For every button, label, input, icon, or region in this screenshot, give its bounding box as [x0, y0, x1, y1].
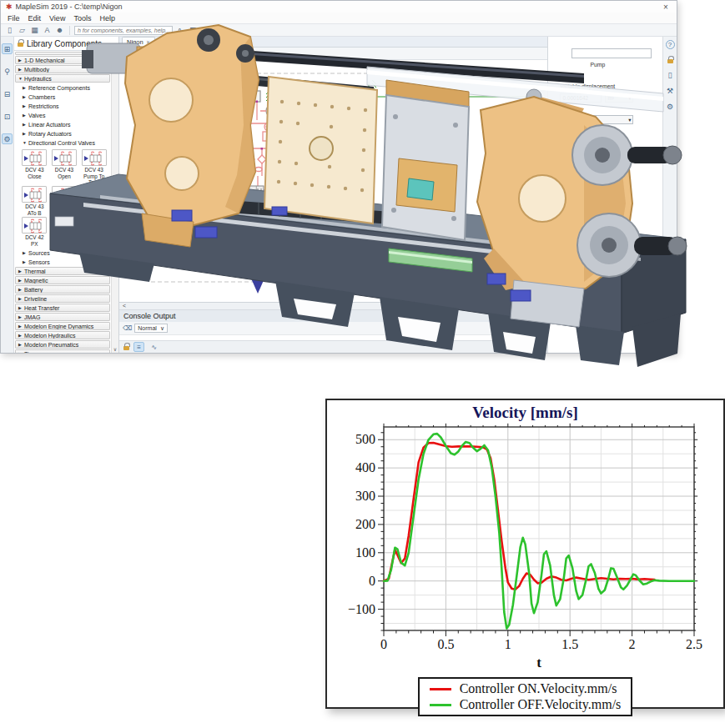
library-item-clipped[interactable] — [15, 52, 110, 55]
probe-chart-icon[interactable]: ∿ — [175, 25, 186, 36]
dcv-card-grid: DCV 43CloseDCV 43OpenDCV 43Pump To TankD… — [15, 148, 110, 249]
wave-icon[interactable]: ≋ — [170, 49, 177, 58]
library-item-sensors[interactable]: ▶Sensors — [15, 258, 110, 266]
wrench-icon[interactable]: ⚒ — [667, 87, 673, 95]
legend-label: Controller OFF.Velocity.mm/s — [460, 697, 622, 712]
analysis-icon[interactable]: ◩ — [188, 25, 199, 36]
snapshot-icon[interactable]: ▤ — [159, 49, 167, 58]
grid-icon[interactable]: ▦ — [180, 49, 188, 58]
library-item-driveline[interactable]: ▶Driveline — [15, 294, 110, 303]
user-icon[interactable]: ☻ — [54, 25, 65, 36]
component-card-dcv-42-px[interactable]: DCV 42PX — [20, 217, 49, 247]
library-scrollbar[interactable]: ∧ ∨ — [111, 51, 118, 353]
lock-icon[interactable] — [667, 59, 673, 63]
library-item-heat-transfer[interactable]: ▶Heat Transfer — [15, 304, 110, 312]
library-item-restrictions[interactable]: ▶Restrictions — [15, 102, 110, 110]
split-icon[interactable]: ⋔ — [190, 49, 197, 58]
model-tree-icon[interactable]: ⊟ — [2, 88, 13, 99]
console-collapse-icon[interactable]: < — [119, 303, 547, 309]
attachments-icon[interactable]: ⊡ — [2, 111, 13, 122]
lock-icon[interactable] — [123, 346, 129, 350]
save-icon[interactable]: ▦ — [29, 25, 40, 36]
component-card-dcv-43-pump-to-tank[interactable]: DCV 43Pump To Tank — [79, 149, 108, 185]
zoom-arrow-icon[interactable]: ▾ — [209, 49, 214, 58]
list-view-icon[interactable]: ≡ — [133, 342, 144, 352]
component-name-field[interactable] — [571, 48, 652, 58]
settings-icon[interactable]: ⚙ — [200, 25, 211, 36]
component-card-dcv-43-close[interactable]: DCV 43Close — [20, 149, 49, 185]
document-icon[interactable]: ▯ — [668, 71, 672, 79]
valve-icon — [22, 149, 47, 166]
displacement-unit-select[interactable]: m³ ▾ — [605, 93, 633, 103]
search-input[interactable] — [74, 26, 173, 35]
waveform-view-icon[interactable]: ∿ — [149, 342, 159, 352]
menu-item-edit[interactable]: Edit — [28, 14, 42, 23]
annotation-icon[interactable]: A — [42, 25, 53, 36]
scroll-down-icon[interactable]: ∨ — [113, 345, 117, 353]
efficiency-label: Efficiency — [553, 107, 577, 113]
library-item-multibody[interactable]: ▶Multibody — [15, 65, 110, 73]
library-item-sources[interactable]: ▶Sources — [15, 249, 110, 257]
library-item-1-d-mechanical[interactable]: ▶1-D Mechanical — [15, 56, 110, 64]
selected-pump-component[interactable] — [239, 213, 261, 237]
probe-icon[interactable]: △ — [151, 49, 157, 58]
library-item-rotary-actuators[interactable]: ▶Rotary Actuators — [15, 129, 110, 138]
search-local-icon[interactable]: ⚲ — [2, 66, 13, 77]
library-item-label: Sources — [28, 249, 50, 257]
component-card-dcv-42-generic[interactable]: DCV 42Generic — [79, 217, 108, 247]
library-item-modelon-pneumatics[interactable]: ▶Modelon Pneumatics — [15, 340, 110, 349]
close-icon[interactable]: × — [660, 3, 672, 12]
library-components-icon[interactable]: ⊞ — [2, 43, 13, 54]
tab-close-icon[interactable]: × — [147, 39, 150, 45]
library-item-valves[interactable]: ▶Valves — [15, 111, 110, 119]
component-card-dcv-43-ato-b[interactable]: DCV 43ATo B — [20, 186, 49, 216]
main-toolbar: ▯▱▦A☻ ∿◩⚙ — [1, 23, 677, 37]
add-icon[interactable]: + — [217, 49, 221, 58]
abort-icon[interactable]: ⊘ — [234, 49, 241, 58]
menu-item-tools[interactable]: Tools — [73, 14, 91, 23]
library-item-hydraulics[interactable]: ▼Hydraulics — [15, 74, 110, 83]
library-item-thermal[interactable]: ▶Thermal — [15, 267, 110, 275]
menu-item-view[interactable]: View — [49, 14, 65, 23]
scroll-up-icon[interactable]: ∧ — [113, 51, 117, 58]
component-card-dcv-43-floating[interactable]: DCV 43Floating — [50, 186, 79, 216]
clear-console-icon[interactable]: ⌫ — [123, 324, 132, 332]
library-item-magnetic[interactable]: ▶Magnetic — [15, 276, 110, 284]
oil-tank-icon — [154, 118, 170, 135]
gear-icon[interactable]: ⚙ — [2, 133, 13, 144]
component-card-dcv-43-generic[interactable]: DCV 43Generic — [79, 186, 108, 216]
displacement-label: variable displacement — [560, 83, 615, 89]
library-item-tires[interactable]: ▶Tires — [15, 349, 110, 353]
library-item-chambers[interactable]: ▶Chambers — [15, 93, 110, 101]
go-into-icon[interactable]: ↳ — [141, 49, 148, 58]
library-item-reference-components[interactable]: ▶Reference Components — [15, 83, 110, 92]
library-item-directional-control-valves[interactable]: ▼Directional Control Valves — [15, 138, 110, 147]
library-item-jmag[interactable]: ▶JMAG — [15, 313, 110, 321]
gear-icon[interactable]: ⚙ — [667, 103, 673, 111]
displacement-value-field[interactable] — [560, 93, 602, 103]
library-item-battery[interactable]: ▶Battery — [15, 285, 110, 294]
console-mode-select[interactable]: Normal ∨ — [134, 324, 168, 333]
gear-icon[interactable]: ⚙ — [224, 49, 231, 58]
go-up-icon[interactable]: ↰ — [131, 49, 138, 58]
valve-icon — [22, 217, 47, 233]
menu-item-help[interactable]: Help — [99, 14, 115, 23]
tab-nigon[interactable]: Nigon × — [122, 37, 155, 47]
efficiency-select[interactable]: constant ▾ — [556, 115, 633, 124]
help-icon[interactable]: ? — [666, 40, 675, 49]
library-header: Library Components — [14, 37, 118, 50]
zoom-select-icon[interactable]: ◎ — [200, 49, 207, 58]
library-item-modelon-hydraulics[interactable]: ▶Modelon Hydraulics — [15, 331, 110, 339]
library-item-modelon-engine-dynamics[interactable]: ▶Modelon Engine Dynamics — [15, 322, 110, 330]
menu-item-file[interactable]: File — [8, 14, 20, 23]
check-valve-icon — [246, 155, 254, 163]
component-card-dcv-43-open[interactable]: DCV 43Open — [50, 149, 79, 185]
component-card-dcv-42-cp[interactable]: DCV 42CP — [50, 217, 79, 247]
lock-icon[interactable] — [18, 43, 23, 47]
home-icon[interactable]: ⌂ — [123, 49, 128, 58]
library-item-linear-actuators[interactable]: ▶Linear Actuators — [15, 120, 110, 128]
new-file-icon[interactable]: ▯ — [4, 25, 15, 36]
signal-chain-blue — [137, 116, 294, 294]
model-canvas[interactable] — [119, 60, 547, 302]
open-file-icon[interactable]: ▱ — [17, 25, 28, 36]
